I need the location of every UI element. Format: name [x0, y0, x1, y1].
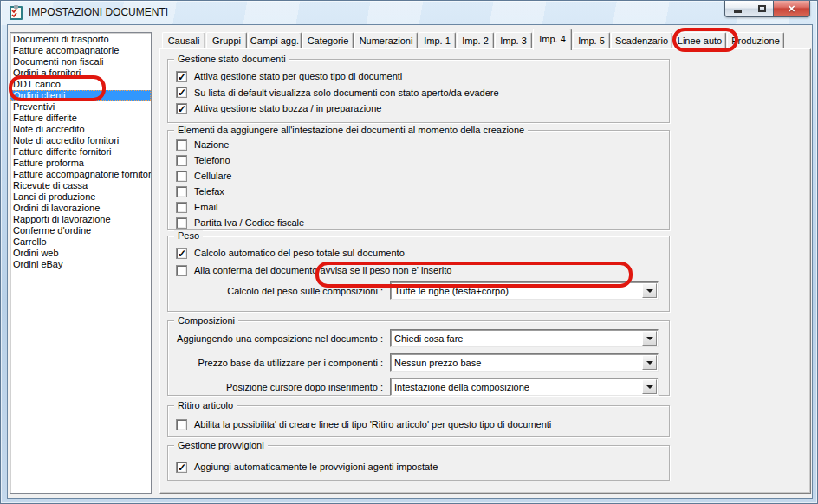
chevron-down-icon[interactable]: [642, 283, 657, 298]
list-item[interactable]: Note di accredito: [10, 124, 151, 135]
document-types-list[interactable]: Documenti di trasporto Fatture accompagn…: [10, 32, 152, 494]
checkbox-row-ritiro-articolo[interactable]: Abilita la possibilita' di creare linee …: [168, 417, 669, 432]
checkbox-row-provvigioni-agenti[interactable]: Aggiungi automaticamente le provvigioni …: [168, 459, 669, 475]
list-item[interactable]: Rapporti di lavorazione: [10, 214, 151, 225]
group-title: Gestione provvigioni: [174, 440, 268, 451]
checkbox[interactable]: [176, 71, 187, 82]
list-item-ordini-clienti[interactable]: Ordini clienti: [10, 90, 151, 101]
group-title: Ritiro articolo: [174, 400, 237, 411]
dropdown-value: Chiedi cosa fare: [391, 333, 641, 344]
list-item[interactable]: Ordini a fornitori: [10, 68, 151, 79]
checkbox[interactable]: [176, 171, 187, 182]
checkbox-label: Attiva gestione stato bozza / in prepara…: [194, 103, 381, 113]
tab-imp-2[interactable]: Imp. 2: [457, 32, 494, 49]
settings-tab-control: Causali Gruppi Campi agg. Categorie Nume…: [159, 27, 811, 494]
tab-imp-4[interactable]: Imp. 4: [533, 29, 572, 50]
combo-row-aggiungendo-composizione: Aggiungendo una composizione nel documen…: [168, 329, 669, 347]
tab-imp-5[interactable]: Imp. 5: [573, 32, 610, 49]
tab-campi-agg[interactable]: Campi agg.: [248, 32, 302, 49]
list-item[interactable]: Fatture accompagnatorie: [10, 45, 151, 56]
group-title: Composizioni: [174, 315, 238, 326]
tab-page-imp4: Gestione stato documenti Attiva gestione…: [159, 48, 811, 494]
tab-gruppi[interactable]: Gruppi: [206, 32, 247, 49]
list-item[interactable]: Fatture differite: [10, 113, 151, 124]
list-item[interactable]: Carrello: [10, 236, 151, 248]
checkbox[interactable]: [176, 103, 187, 114]
chevron-down-icon[interactable]: [642, 355, 657, 370]
checkbox-row-telefax[interactable]: Telefax: [168, 184, 669, 199]
minimize-button[interactable]: [724, 1, 750, 17]
checkbox-row-stato-bozza[interactable]: Attiva gestione stato bozza / in prepara…: [168, 100, 669, 117]
dropdown-value: Nessun prezzo base: [391, 358, 641, 368]
close-button[interactable]: ✕: [774, 1, 810, 17]
list-item[interactable]: Documenti non fiscali: [10, 56, 151, 68]
list-item[interactable]: DDT carico: [10, 79, 151, 90]
group-ritiro-articolo: Ritiro articolo Abilita la possibilita' …: [167, 405, 670, 437]
checkbox[interactable]: [176, 217, 187, 229]
list-item[interactable]: Note di accredito fornitori: [10, 135, 151, 146]
chevron-down-icon[interactable]: [642, 331, 657, 346]
checkbox-row-telefono[interactable]: Telefono: [168, 152, 669, 168]
checkbox[interactable]: [176, 462, 187, 473]
list-item[interactable]: Fatture differite fornitori: [10, 146, 151, 158]
checkbox[interactable]: [176, 186, 187, 197]
checkbox-label: Nazione: [194, 139, 229, 150]
checkbox-row-email[interactable]: Email: [168, 199, 669, 215]
list-item[interactable]: Ordini di lavorazione: [10, 203, 151, 214]
maximize-icon: [758, 5, 766, 12]
checkbox-row-calcolo-automatico-peso[interactable]: Calcolo automatico del peso totale sul d…: [168, 244, 669, 262]
checkbox-row-attiva-gestione-stato[interactable]: Attiva gestione stato per questo tipo di…: [168, 68, 669, 85]
list-item[interactable]: Lanci di produzione: [10, 191, 151, 203]
tab-categorie[interactable]: Categorie: [302, 32, 354, 49]
posizione-cursore-dropdown[interactable]: Intestazione della composizione: [390, 378, 659, 396]
tab-linee-auto[interactable]: Linee auto: [673, 32, 726, 49]
combo-row-calcolo-peso-composizioni: Calcolo del peso sulle composizioni : Tu…: [168, 281, 669, 300]
tab-numerazioni[interactable]: Numerazioni: [354, 32, 418, 49]
tab-imp-3[interactable]: Imp. 3: [495, 32, 532, 49]
list-item[interactable]: Ricevute di cassa: [10, 180, 151, 191]
maximize-button[interactable]: [750, 1, 774, 17]
checkbox-row-partita-iva[interactable]: Partita Iva / Codice fiscale: [168, 215, 669, 230]
prezzo-base-dropdown[interactable]: Nessun prezzo base: [390, 353, 659, 372]
tab-imp-1[interactable]: Imp. 1: [419, 32, 456, 49]
checkbox-row-avvisa-peso-non-inserito[interactable]: Alla conferma del documento avvisa se il…: [168, 262, 669, 279]
checkbox[interactable]: [176, 419, 187, 430]
group-gestione-provvigioni: Gestione provvigioni Aggiungi automatica…: [167, 445, 670, 481]
group-composizioni: Composizioni Aggiungendo una composizion…: [167, 320, 670, 396]
group-title: Peso: [174, 230, 203, 242]
list-item[interactable]: Preventivi: [10, 101, 151, 113]
checkbox-row-nazione[interactable]: Nazione: [168, 137, 669, 152]
combo-label: Posizione cursore dopo inserimento :: [168, 382, 383, 392]
list-item[interactable]: Conferme d'ordine: [10, 225, 151, 236]
checkbox[interactable]: [176, 155, 187, 166]
checkbox-label: Alla conferma del documento avvisa se il…: [194, 265, 451, 275]
list-item[interactable]: Documenti di trasporto: [10, 34, 151, 45]
list-item[interactable]: Ordini web: [10, 248, 151, 259]
calcolo-peso-dropdown[interactable]: Tutte le righe (testa+corpo): [390, 281, 659, 300]
checkbox[interactable]: [176, 202, 187, 213]
checkbox-label: Attiva gestione stato per questo tipo di…: [194, 71, 402, 81]
dropdown-value: Tutte le righe (testa+corpo): [391, 286, 641, 296]
aggiungendo-composizione-dropdown[interactable]: Chiedi cosa fare: [390, 329, 659, 347]
tab-causali[interactable]: Causali: [162, 32, 205, 49]
titlebar[interactable]: IMPOSTAZIONI DOCUMENTI ✕: [1, 1, 817, 25]
tab-scadenzario[interactable]: Scadenzario: [611, 32, 672, 49]
combo-label: Calcolo del peso sulle composizioni :: [168, 286, 383, 296]
group-title: Elementi da aggiungere all'intestazione …: [174, 125, 528, 136]
checkbox-label: Cellulare: [194, 171, 231, 181]
checkbox-row-cellulare[interactable]: Cellulare: [168, 168, 669, 184]
list-item[interactable]: Fatture proforma: [10, 158, 151, 169]
chevron-down-icon[interactable]: [642, 379, 657, 394]
close-icon: ✕: [788, 2, 795, 16]
tab-produzione[interactable]: Produzione: [727, 32, 784, 49]
dialog-client-area: Documenti di trasporto Fatture accompagn…: [8, 25, 812, 498]
list-item[interactable]: Ordini eBay: [10, 259, 151, 270]
checkbox[interactable]: [176, 248, 187, 259]
dropdown-value: Intestazione della composizione: [391, 382, 641, 392]
checkbox[interactable]: [176, 265, 187, 276]
checkbox-label: Calcolo automatico del peso totale sul d…: [194, 248, 405, 258]
checkbox[interactable]: [176, 87, 187, 98]
list-item[interactable]: Fatture accompagnatorie fornitori: [10, 169, 151, 180]
checkbox-row-lista-default[interactable]: Su lista di default visualizza solo docu…: [168, 85, 669, 101]
checkbox[interactable]: [176, 139, 187, 151]
